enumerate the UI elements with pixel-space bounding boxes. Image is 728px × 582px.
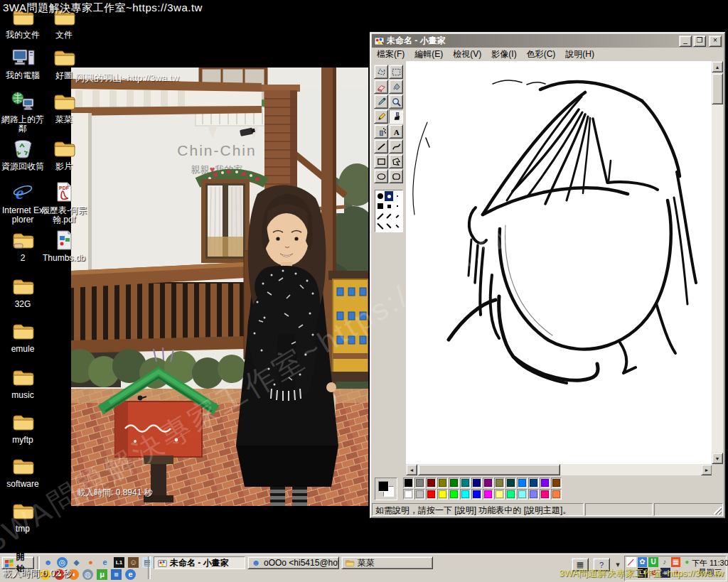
- menu-色彩(C)[interactable]: 色彩(C): [522, 47, 561, 62]
- l1-icon[interactable]: L1: [114, 557, 124, 568]
- brush-shape-slash-large[interactable]: [376, 211, 385, 221]
- menu-編輯(E)[interactable]: 編輯(E): [410, 47, 448, 62]
- menu-檢視(V)[interactable]: 檢視(V): [448, 47, 486, 62]
- palette-color-#8080FF[interactable]: [528, 489, 539, 500]
- keyboard-indicator-icon[interactable]: ▦: [572, 558, 589, 571]
- tool-brush-button[interactable]: [389, 109, 403, 124]
- globe-icon[interactable]: ◍: [82, 569, 93, 580]
- msn-flower-icon[interactable]: ✿: [638, 557, 648, 567]
- vertical-scrollbar[interactable]: ▲ ▼: [712, 61, 723, 464]
- tool-ellipse-button[interactable]: [374, 169, 388, 183]
- tool-pencil-button[interactable]: [374, 109, 388, 124]
- tool-free-form-select-button[interactable]: [374, 65, 388, 79]
- maximize-button[interactable]: ❐: [693, 36, 706, 47]
- desktop-icon-好圖[interactable]: 好圖: [41, 46, 87, 80]
- sphere-icon[interactable]: ◎: [57, 557, 68, 568]
- palette-color-#FF8040[interactable]: [551, 489, 562, 500]
- chat-icon[interactable]: ◖: [68, 569, 79, 580]
- palette-color-#000080[interactable]: [471, 478, 482, 488]
- tool-select-button[interactable]: [389, 65, 403, 79]
- desktop-icon-履歷表-何宗翰.pdf[interactable]: PDF履歷表-何宗翰.pdf: [41, 181, 87, 225]
- volume-icon[interactable]: ♪: [660, 557, 670, 567]
- utorrent-icon[interactable]: μ: [97, 569, 107, 580]
- palette-color-#0080FF[interactable]: [517, 478, 528, 488]
- shield-icon[interactable]: ◆: [71, 557, 82, 568]
- resize-grip[interactable]: [714, 507, 722, 514]
- app-dark-icon[interactable]: ■: [660, 568, 670, 578]
- taskbar-button-未命名 - 小畫家[interactable]: 未命名 - 小畫家: [154, 556, 245, 569]
- palette-color-#804000[interactable]: [551, 478, 562, 488]
- palette-color-#800080[interactable]: [483, 478, 493, 488]
- smiley-icon[interactable]: ☻: [40, 569, 50, 580]
- cube-icon[interactable]: ■: [111, 569, 122, 580]
- brush-shape-slash-medium[interactable]: [385, 211, 393, 221]
- palette-color-#FFFF00[interactable]: [437, 489, 448, 500]
- palette-color-#00FF80[interactable]: [505, 489, 516, 500]
- scroll-left-button[interactable]: ◄: [406, 464, 417, 475]
- desktop-icon-菜菜[interactable]: 菜菜: [41, 90, 87, 124]
- palette-color-#004040[interactable]: [505, 478, 516, 488]
- user-online-icon[interactable]: ●: [682, 557, 692, 567]
- desktop-icon-我的電腦[interactable]: 我的電腦: [0, 46, 46, 80]
- horizontal-scrollbar[interactable]: ◄ ►: [406, 464, 712, 475]
- palette-color-#FFFFFF[interactable]: [403, 489, 414, 500]
- palette-color-#004080[interactable]: [528, 478, 539, 488]
- help-tip-icon[interactable]: ?: [593, 558, 610, 571]
- tool-curve-button[interactable]: [389, 139, 403, 153]
- scroll-right-button[interactable]: ►: [701, 464, 712, 475]
- desktop-icon-emule[interactable]: emule: [0, 320, 46, 354]
- pen-red-icon[interactable]: ／: [626, 557, 636, 567]
- vertical-scroll-thumb[interactable]: [712, 73, 723, 104]
- taskbar-button-oOOo <hi5415@hotmail.c...[interactable]: ☻oOOo <hi5415@hotmail.c...: [247, 556, 339, 569]
- palette-color-#000000[interactable]: [403, 478, 414, 488]
- compass-icon[interactable]: e: [125, 569, 136, 580]
- tool-rectangle-button[interactable]: [374, 154, 388, 168]
- desktop-icon-Thumbs.db[interactable]: Thumbs.db: [41, 229, 87, 263]
- brush-shape-square-medium[interactable]: [385, 201, 393, 211]
- palette-color-#C0C0C0[interactable]: [414, 489, 425, 500]
- no-entry-icon[interactable]: ⊘: [649, 568, 659, 578]
- desktop-icon-32G[interactable]: 32G: [0, 275, 46, 309]
- desktop-icon-tmp[interactable]: tmp: [0, 500, 46, 534]
- clock-orange-icon[interactable]: ●: [626, 568, 636, 578]
- close-button[interactable]: ×: [709, 36, 722, 47]
- scroll-down-button[interactable]: ▼: [712, 453, 723, 464]
- start-button[interactable]: 開始: [1, 556, 34, 569]
- brush-shape-backslash-small[interactable]: [393, 221, 402, 231]
- desktop-icon-music[interactable]: music: [0, 366, 46, 400]
- ie-icon[interactable]: e: [100, 557, 110, 568]
- palette-color-#FFFF80[interactable]: [494, 489, 505, 500]
- red-star-icon[interactable]: ✶: [672, 568, 682, 578]
- desktop-icon-myftp[interactable]: myftp: [0, 411, 46, 445]
- brush-shape-dot-large[interactable]: [376, 191, 385, 201]
- scroll-up-button[interactable]: ▲: [712, 61, 723, 72]
- u-green-icon[interactable]: U: [648, 557, 658, 567]
- palette-color-#FF0000[interactable]: [426, 489, 437, 500]
- tray-collapse-icon[interactable]: ▾: [614, 559, 621, 571]
- tool-polygon-button[interactable]: [389, 154, 403, 168]
- messenger-icon[interactable]: ☻: [43, 557, 53, 568]
- taskbar-button-菜菜[interactable]: 菜菜: [341, 556, 433, 569]
- tool-pick-color-button[interactable]: [374, 95, 388, 109]
- fox-icon[interactable]: ●: [54, 569, 65, 580]
- brush-shape-dot-medium[interactable]: [385, 191, 393, 201]
- desktop-icon-software[interactable]: software: [0, 455, 46, 489]
- palette-color-#FF0080[interactable]: [540, 489, 550, 500]
- brush-shape-dot-small[interactable]: [393, 191, 402, 201]
- palette-color-#8000FF[interactable]: [540, 478, 550, 488]
- desktop-icon-影片[interactable]: 影片: [41, 137, 87, 171]
- palette-color-#800000[interactable]: [426, 478, 437, 488]
- brush-shape-square-large[interactable]: [376, 201, 385, 211]
- minimize-button[interactable]: _: [679, 36, 692, 47]
- tool-line-button[interactable]: [374, 139, 388, 153]
- avatar-icon[interactable]: ☺: [128, 557, 139, 568]
- palette-color-#008080[interactable]: [460, 478, 471, 488]
- brush-shape-slash-small[interactable]: [393, 211, 402, 221]
- desktop-icon-2[interactable]: 2: [0, 229, 46, 263]
- palette-color-#808040[interactable]: [494, 478, 505, 488]
- scheduler-icon[interactable]: ▦: [671, 557, 681, 567]
- brush-shape-backslash-large[interactable]: [376, 221, 385, 231]
- desktop-icon-資源回收筒[interactable]: 資源回收筒: [0, 137, 46, 171]
- brush-shape-backslash-medium[interactable]: [385, 221, 393, 231]
- firefox-icon[interactable]: ●: [85, 557, 96, 568]
